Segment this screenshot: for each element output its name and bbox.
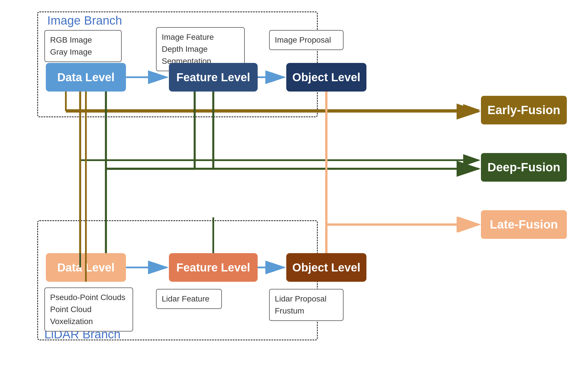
img-data-level: Data Level — [46, 63, 126, 92]
lid-object-level: Object Level — [286, 253, 366, 282]
image-branch-label: Image Branch — [47, 14, 122, 27]
diagram-container: Image Branch LiDAR Branch RGB ImageGray … — [0, 0, 588, 377]
img-data-info: RGB ImageGray Image — [44, 30, 122, 62]
late-fusion-box: Late-Fusion — [481, 210, 567, 239]
deep-fusion-box: Deep-Fusion — [481, 153, 567, 182]
lid-feature-level: Feature Level — [169, 253, 258, 282]
lid-object-info: Lidar ProposalFrustum — [269, 289, 344, 321]
lid-data-info: Pseudo-Point CloudsPoint CloudVoxelizati… — [44, 287, 133, 332]
lid-feature-info: Lidar Feature — [156, 289, 222, 309]
early-fusion-box: Early-Fusion — [481, 96, 567, 124]
lid-data-level: Data Level — [46, 253, 126, 282]
img-object-info: Image Proposal — [269, 30, 344, 50]
img-feature-level: Feature Level — [169, 63, 258, 92]
img-object-level: Object Level — [286, 63, 366, 92]
